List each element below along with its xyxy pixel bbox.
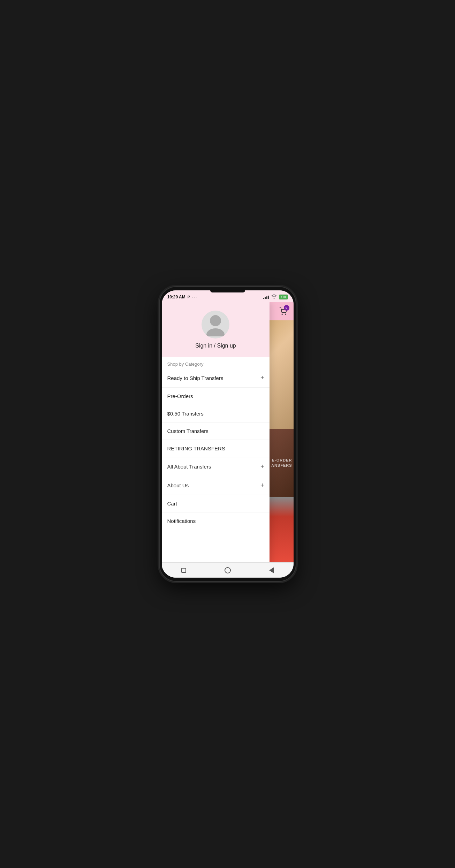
circle-icon [225, 567, 231, 573]
recent-button[interactable] [265, 564, 278, 577]
sidebar-nav: Shop by Category Ready to Ship Transfers… [162, 357, 270, 578]
preorder-text: E-ORDER ANSFERS [271, 458, 292, 469]
svg-point-4 [210, 315, 221, 326]
phone-frame: 10:29 AM P ··· [160, 287, 296, 581]
cart-badge: 0 [284, 305, 289, 311]
signal-bar-2 [265, 297, 266, 299]
cart-button[interactable]: 0 [277, 305, 289, 318]
nav-item-about-us[interactable]: About Us + [162, 476, 270, 495]
nav-item-notifications[interactable]: Notifications [162, 512, 270, 530]
screen-content: 0 E-ORDER ANSFERS [162, 302, 294, 578]
nav-item-label: Cart [167, 501, 177, 507]
nav-item-pre-orders[interactable]: Pre-Orders [162, 388, 270, 405]
signal-bar-3 [266, 296, 267, 299]
status-dots: ··· [192, 295, 197, 299]
status-time: 10:29 AM [167, 295, 185, 299]
user-avatar-icon [205, 314, 226, 339]
notch [210, 290, 245, 292]
phone-screen: 10:29 AM P ··· [162, 290, 294, 578]
nav-item-label: Ready to Ship Transfers [167, 375, 223, 381]
status-right: 100 [263, 295, 288, 300]
bottom-nav [162, 562, 294, 578]
expand-icon: + [260, 463, 264, 470]
nav-item-label: RETIRING TRANSFERS [167, 446, 225, 451]
nav-item-all-about-transfers[interactable]: All About Transfers + [162, 457, 270, 476]
svg-point-5 [206, 328, 225, 336]
wifi-icon [271, 295, 277, 300]
nav-item-label: Pre-Orders [167, 393, 193, 399]
sign-in-label[interactable]: Sign in / Sign up [195, 343, 236, 349]
sidebar-profile[interactable]: Sign in / Sign up [162, 302, 270, 357]
nav-item-50-cent-transfers[interactable]: $0.50 Transfers [162, 405, 270, 422]
nav-item-label: Custom Transfers [167, 428, 208, 434]
svg-point-3 [285, 314, 286, 314]
signal-bar-1 [263, 298, 264, 299]
nav-item-cart[interactable]: Cart [162, 495, 270, 512]
nav-item-label: $0.50 Transfers [167, 411, 204, 417]
home-button[interactable] [221, 564, 234, 577]
nav-item-label: Notifications [167, 518, 196, 524]
triangle-icon [269, 567, 274, 573]
signal-bars [263, 295, 269, 299]
status-left: 10:29 AM P ··· [167, 295, 198, 299]
nav-item-custom-transfers[interactable]: Custom Transfers [162, 422, 270, 440]
expand-icon: + [260, 374, 264, 382]
sidebar-overlay: Sign in / Sign up Shop by Category Ready… [162, 302, 270, 578]
avatar [202, 311, 229, 338]
category-label: Shop by Category [162, 357, 270, 369]
nav-item-retiring-transfers[interactable]: RETIRING TRANSFERS [162, 440, 270, 457]
expand-icon: + [260, 482, 264, 489]
nav-item-ready-to-ship[interactable]: Ready to Ship Transfers + [162, 369, 270, 388]
nav-item-label: All About Transfers [167, 464, 211, 470]
signal-bar-4 [268, 296, 269, 299]
nav-item-label: About Us [167, 482, 189, 488]
svg-point-2 [282, 314, 282, 314]
back-button[interactable] [177, 564, 190, 577]
square-icon [181, 568, 186, 573]
carrier-icon: P [188, 295, 190, 299]
battery-indicator: 100 [279, 295, 288, 299]
